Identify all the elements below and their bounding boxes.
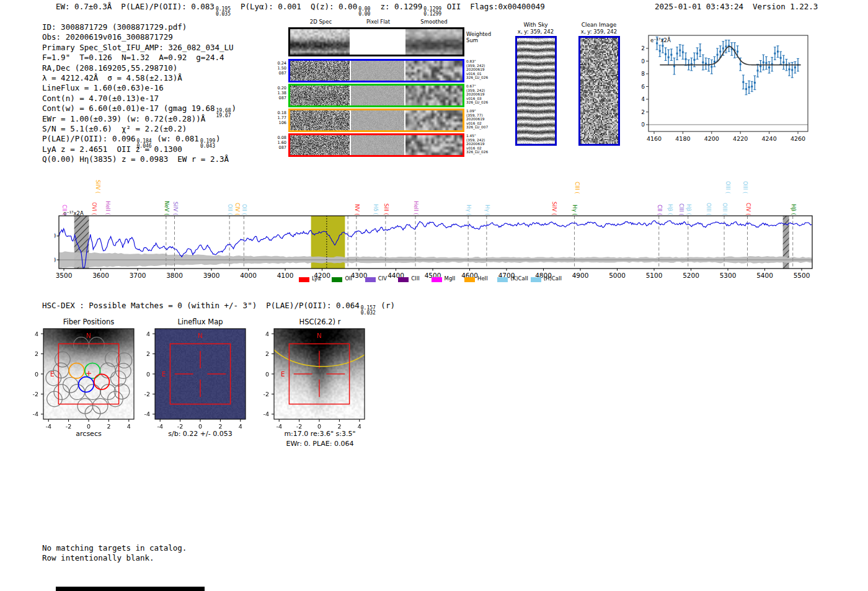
fiber-circle bbox=[74, 337, 89, 353]
y-tick-label: 0 bbox=[146, 371, 150, 378]
info-line: F=1.9" T=0.126 N=1.32 A=0.92 g=24.4 bbox=[42, 51, 236, 61]
selected-fiber-circle bbox=[85, 363, 100, 379]
fiber-row-2d-spec bbox=[290, 61, 350, 81]
panel-frame bbox=[274, 329, 365, 419]
emission-line-label: OIII ( bbox=[722, 203, 727, 215]
data-point bbox=[682, 51, 684, 53]
with-sky-coords: x, y: 359, 242 bbox=[505, 29, 567, 35]
row-weight-value: 0.08 bbox=[269, 135, 286, 140]
data-point bbox=[740, 63, 742, 65]
x-tick-label: 4160 bbox=[647, 135, 662, 142]
x-tick-label: 5300 bbox=[720, 272, 737, 279]
emission-line-label: OIII ( bbox=[706, 203, 711, 215]
y-tick-label: -4 bbox=[33, 411, 38, 417]
y-tick-label: 0 bbox=[35, 371, 38, 378]
stacked-uncertainty: 0.1950.035 bbox=[216, 7, 231, 16]
text-segment: EW: 0.7±0.3Å P(LAE)/P(OII): 0.083 bbox=[56, 2, 215, 11]
data-point bbox=[757, 69, 759, 71]
blank-row-bar bbox=[56, 587, 205, 591]
plot-frame bbox=[649, 35, 808, 131]
x-tick-label: 3600 bbox=[92, 272, 109, 279]
col-header-pixel-flat: Pixel Flat bbox=[350, 19, 406, 25]
clean-image-title: Clean Image bbox=[568, 22, 630, 28]
row-annotation-line: 20200619 bbox=[466, 142, 496, 146]
y-tick-label: 4 bbox=[35, 331, 38, 337]
emission-line-label: CII ( bbox=[61, 205, 67, 215]
emission-line-label: SiIV ( bbox=[172, 202, 178, 215]
data-point bbox=[768, 66, 770, 68]
emission-line-label: OVI ( bbox=[91, 202, 97, 215]
x-tick-label: 4000 bbox=[240, 272, 257, 279]
emission-line-label: HeII ( bbox=[413, 201, 418, 215]
east-label: E bbox=[281, 370, 285, 378]
y-tick-label: -2 bbox=[33, 391, 38, 398]
footer-line-2: Row intentionally blank. bbox=[42, 553, 154, 563]
x-tick-label: 2 bbox=[107, 423, 110, 430]
legend-label: Lyα bbox=[312, 275, 321, 282]
info-line: Q(0.00) Hη(3835) z = 0.0983 EW r = 2.3Å bbox=[42, 153, 236, 162]
row-annotation-line: v016_03 bbox=[466, 97, 496, 101]
data-point bbox=[659, 50, 661, 52]
weighted-2d-spec-image bbox=[290, 29, 350, 55]
y-tick-label: 2 bbox=[146, 350, 150, 357]
data-point bbox=[696, 53, 698, 55]
emission-line-label: OIII ( bbox=[725, 181, 730, 193]
y-tick-label: 4 bbox=[642, 96, 645, 102]
data-point bbox=[719, 51, 721, 53]
y-tick-label: 6 bbox=[642, 83, 645, 90]
emission-line-label: Hγ ( bbox=[572, 205, 577, 215]
x-tick-label: 4 bbox=[239, 423, 242, 430]
info-line: ID: 3008871729 (3008871729.pdf) bbox=[42, 20, 236, 30]
data-point bbox=[751, 86, 753, 87]
y-tick-label: 10 bbox=[55, 233, 56, 239]
fiber-circle bbox=[55, 352, 71, 367]
clean-image-coords: x, y: 359, 242 bbox=[568, 29, 630, 35]
data-point bbox=[763, 61, 764, 63]
fiber-row-pixel-flat bbox=[351, 135, 404, 155]
fiber-circle bbox=[100, 384, 116, 400]
fiber-row-annotations: 0.83"(359, 242)20200619v016_01326_LU_026 bbox=[466, 60, 496, 80]
y-tick-label: 12 bbox=[642, 45, 645, 51]
legend-swatch-1 bbox=[332, 277, 342, 282]
x-tick-label: 5100 bbox=[646, 272, 663, 279]
data-point bbox=[676, 53, 678, 55]
row-annotation-line: (359, 242) bbox=[466, 64, 496, 68]
data-point bbox=[717, 54, 719, 56]
x-tick-label: 5200 bbox=[683, 272, 699, 279]
x-tick-label: 3800 bbox=[166, 272, 183, 279]
data-point bbox=[737, 51, 738, 53]
row-annotation-line: (359, 77) bbox=[466, 113, 496, 118]
row-annotation-line: 326_LU_026 bbox=[466, 100, 496, 105]
x-tick-label: 5500 bbox=[794, 272, 810, 279]
fiber-row-smoothed bbox=[405, 86, 463, 105]
row-annotation-line: 1.45" bbox=[466, 134, 496, 138]
x-tick-label: -2 bbox=[296, 423, 302, 430]
row-weight-value: 106 bbox=[269, 120, 286, 125]
legend-swatch-3 bbox=[398, 277, 409, 282]
row-weight-value: 1.50 bbox=[269, 66, 286, 71]
x-tick-label: 0 bbox=[317, 423, 321, 430]
emission-line-label: NV ( bbox=[354, 204, 360, 215]
north-label: N bbox=[86, 332, 91, 339]
row-weight-value: 1.38 bbox=[269, 91, 286, 96]
x-tick-label: 4900 bbox=[572, 272, 589, 279]
row-annotation-line: 20200619 bbox=[466, 92, 496, 97]
x-tick-label: 4200 bbox=[704, 135, 719, 142]
emission-line-label: Hδ ( bbox=[373, 204, 378, 215]
emission-line-label: SiII ( bbox=[383, 203, 389, 215]
clean-image bbox=[580, 38, 618, 144]
data-point bbox=[711, 66, 712, 68]
x-tick-label: 4 bbox=[127, 423, 131, 430]
data-point bbox=[748, 86, 750, 88]
x-tick-label: -4 bbox=[45, 423, 51, 430]
emission-line-label: Hβ ( bbox=[686, 204, 691, 215]
fiber-row-smoothed bbox=[405, 135, 463, 155]
row-annotation-line: 20200619 bbox=[466, 68, 496, 72]
y-tick-label: 8 bbox=[642, 70, 645, 77]
fiber-row-pixel-flat bbox=[351, 110, 404, 130]
hsc-dex-summary: HSC-DEX : Possible Matches = 0 (within +… bbox=[42, 301, 395, 315]
emission-line-label: Hβ ( bbox=[667, 204, 673, 215]
data-point bbox=[662, 45, 663, 47]
emission-line-label: OIII ( bbox=[742, 181, 748, 193]
legend-swatch-2 bbox=[365, 277, 376, 282]
